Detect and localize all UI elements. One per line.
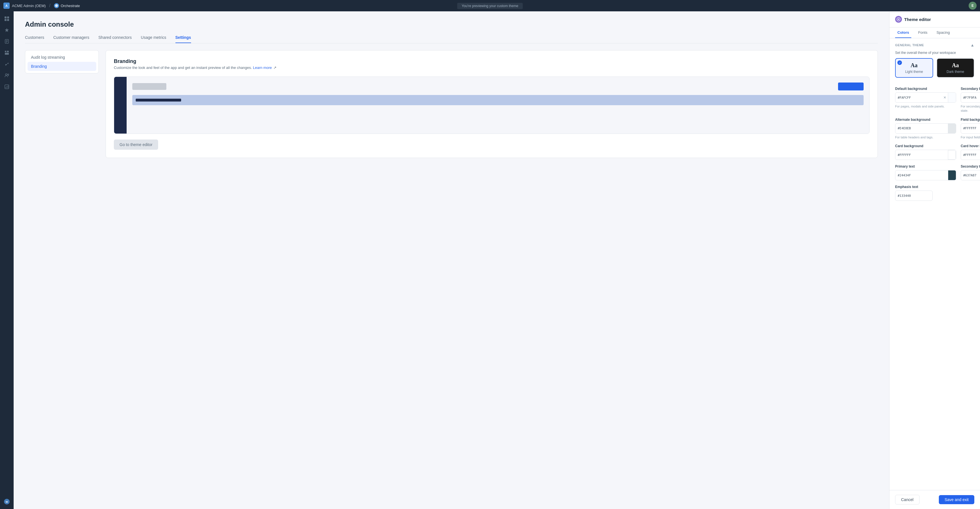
general-theme-section-title: GENERAL THEME (895, 43, 924, 47)
secondary-bg-field: #F7F9FA (961, 92, 980, 103)
emphasis-text-group: Emphasis text #133440 (895, 185, 974, 201)
sidebar-item-automation[interactable] (2, 25, 12, 35)
svg-rect-9 (5, 51, 6, 52)
svg-point-14 (8, 74, 9, 75)
tab-shared-connectors[interactable]: Shared connectors (99, 35, 132, 43)
default-bg-swatch[interactable] (948, 93, 956, 102)
tab-usage-metrics[interactable]: Usage metrics (141, 35, 166, 43)
theme-tab-spacing[interactable]: Spacing (934, 27, 952, 38)
sidebar-item-tools[interactable] (2, 59, 12, 69)
default-bg-label: Default background (895, 87, 956, 91)
external-link-icon: ↗ (274, 65, 277, 70)
sidebar-item-dashboard[interactable] (2, 14, 12, 24)
tab-customer-managers[interactable]: Customer managers (53, 35, 89, 43)
card-hover-background-group: Card hover background #FFFFFF (961, 144, 980, 160)
sidebar-item-grid[interactable] (2, 48, 12, 58)
light-theme-mode[interactable]: ✓ Aa Light theme (895, 58, 933, 78)
alternate-bg-label: Alternate background (895, 118, 956, 122)
secondary-text-field: #637A87 (961, 170, 980, 180)
branding-desc: Customize the look and feel of the app a… (114, 65, 870, 70)
alternate-bg-input[interactable]: #E4E8EB (896, 127, 948, 130)
svg-rect-1 (5, 16, 6, 18)
svg-point-13 (5, 74, 7, 75)
emphasis-text-section: Emphasis text #133440 (889, 185, 980, 205)
app-layout: w Admin console Customers Customer manag… (0, 11, 980, 509)
svg-rect-4 (7, 19, 9, 21)
theme-footer: Cancel Save and exit (889, 490, 980, 509)
sidebar-item-docs[interactable] (2, 36, 12, 46)
field-background-group: Field background #FFFFFF For input field… (961, 118, 980, 140)
save-and-exit-button[interactable]: Save and exit (939, 495, 974, 504)
secondary-text-label: Secondary text (961, 165, 980, 168)
secondary-bg-input[interactable]: #F7F9FA (961, 96, 980, 100)
dark-theme-mode[interactable]: Aa Dark theme (937, 58, 975, 78)
settings-item-branding[interactable]: Branding (27, 62, 96, 71)
secondary-bg-desc: For secondary content or disabled state. (961, 105, 980, 113)
settings-item-audit-log[interactable]: Audit log streaming (27, 53, 96, 62)
alternate-bg-swatch[interactable] (948, 124, 956, 133)
sidebar-item-reports[interactable] (2, 82, 12, 92)
app-name: Orchestrate (61, 4, 80, 8)
collapse-section-button[interactable]: ▲ (970, 43, 974, 48)
card-background-group: Card background #FFFFFF (895, 144, 956, 160)
dark-mode-label: Dark theme (940, 70, 970, 74)
svg-rect-2 (7, 16, 9, 18)
svg-rect-10 (7, 51, 9, 52)
learn-more-link[interactable]: Learn more (253, 65, 272, 70)
user-avatar[interactable]: E (969, 2, 977, 10)
preview-button (838, 82, 864, 90)
general-theme-section: GENERAL THEME ▲ Set the overall theme of… (889, 38, 980, 87)
breadcrumb-sep: / (49, 3, 50, 8)
card-hover-bg-label: Card hover background (961, 144, 980, 148)
general-theme-section-header: GENERAL THEME ▲ (895, 43, 974, 48)
emphasis-text-field: #133440 (895, 190, 932, 201)
light-mode-preview: Aa (899, 62, 929, 69)
primary-text-label: Primary text (895, 165, 956, 168)
check-icon: ✓ (897, 60, 902, 65)
preview-body (127, 77, 869, 133)
svg-rect-11 (5, 53, 9, 55)
svg-text:w: w (5, 500, 8, 503)
theme-tab-fonts[interactable]: Fonts (916, 27, 930, 38)
preview-banner: You're previewing your custom theme (457, 3, 523, 8)
secondary-text-input[interactable]: #637A87 (961, 174, 980, 177)
org-logo: A (3, 3, 10, 9)
card-bg-swatch[interactable] (948, 150, 956, 160)
card-bg-input[interactable]: #FFFFFF (896, 153, 948, 157)
alternate-bg-field: #E4E8EB (895, 123, 956, 133)
go-to-theme-editor-button[interactable]: Go to theme editor (114, 140, 158, 150)
tab-settings[interactable]: Settings (175, 35, 191, 43)
theme-tab-colors[interactable]: Colors (895, 27, 911, 38)
emphasis-text-input[interactable]: #133440 (896, 194, 932, 198)
sidebar-item-users[interactable] (2, 70, 12, 81)
cancel-button[interactable]: Cancel (895, 495, 920, 504)
field-bg-field: #FFFFFF (961, 123, 980, 133)
tab-customers[interactable]: Customers (25, 35, 44, 43)
theme-editor-tabs: Colors Fonts Spacing (889, 27, 980, 38)
settings-sidebar: Audit log streaming Branding (25, 50, 99, 73)
primary-text-swatch[interactable] (948, 170, 956, 180)
default-bg-field: #FAFCFF ✕ (895, 92, 956, 103)
primary-text-input[interactable]: #24434F (896, 174, 948, 177)
branding-preview (114, 76, 870, 134)
sidebar-logo: w (2, 496, 12, 507)
field-bg-label: Field background (961, 118, 980, 122)
default-bg-clear[interactable]: ✕ (942, 95, 948, 100)
app-selector[interactable]: Orchestrate (54, 3, 80, 8)
org-name[interactable]: ACME Admin (OEM) (12, 4, 46, 8)
sidebar-bottom: w (2, 496, 12, 507)
theme-modes: ✓ Aa Light theme Aa Dark theme (895, 58, 974, 78)
main-tabs: Customers Customer managers Shared conne… (25, 35, 878, 43)
preview-sidebar-bar (114, 77, 127, 133)
app-icon (54, 3, 59, 8)
preview-inner (114, 77, 869, 133)
user-section: E (969, 2, 977, 10)
preview-toprow (132, 82, 864, 90)
card-hover-bg-input[interactable]: #FFFFFF (961, 153, 980, 157)
page-title: Admin console (25, 21, 878, 29)
preview-selected-text (136, 99, 181, 101)
field-bg-input[interactable]: #FFFFFF (961, 127, 980, 130)
secondary-text-group: Secondary text #637A87 (961, 165, 980, 180)
default-bg-input[interactable]: #FAFCFF (896, 96, 942, 100)
card-hover-bg-field: #FFFFFF (961, 150, 980, 160)
